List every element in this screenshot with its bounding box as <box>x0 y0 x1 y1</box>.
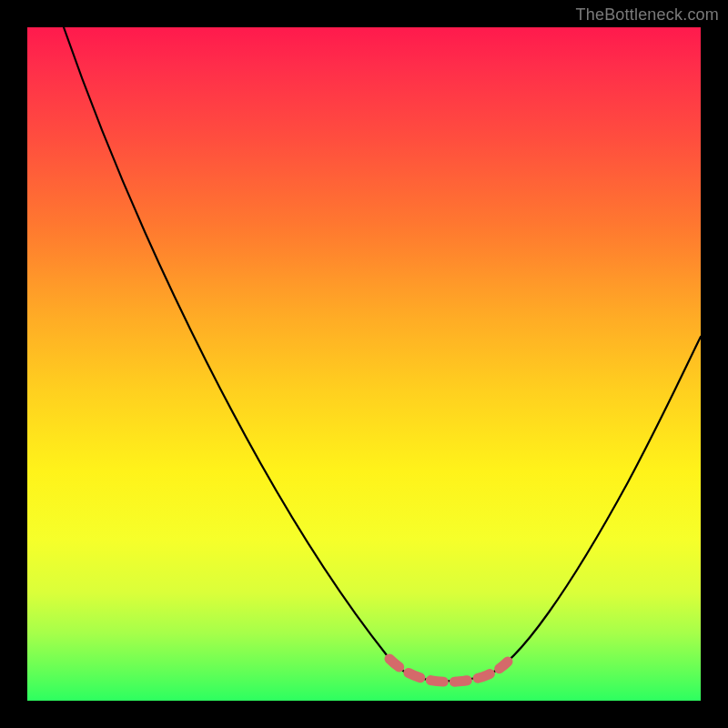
trough-highlight <box>389 659 508 682</box>
chart-frame: TheBottleneck.com <box>0 0 728 728</box>
plot-area <box>27 27 701 701</box>
watermark-text: TheBottleneck.com <box>576 5 719 25</box>
bottleneck-curve-left <box>64 27 414 677</box>
bottleneck-curve-right <box>414 337 701 681</box>
curve-layer <box>27 27 701 701</box>
